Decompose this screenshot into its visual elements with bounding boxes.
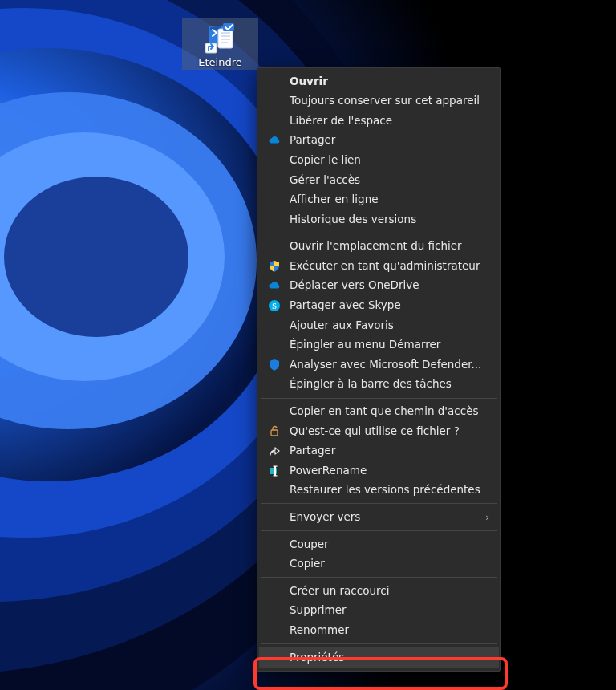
svg-text:S: S (272, 301, 277, 310)
svg-point-7 (4, 177, 188, 337)
menu-item-open-file-location[interactable]: Ouvrir l'emplacement du fichier (259, 237, 499, 257)
svg-rect-20 (274, 466, 276, 476)
menu-item-share-skype[interactable]: SPartager avec Skype (259, 296, 499, 316)
unlock-icon (267, 424, 282, 438)
menu-item-properties[interactable]: Propriétés (259, 647, 499, 668)
svg-rect-21 (274, 465, 278, 466)
menu-item-pin-start[interactable]: Épingler au menu Démarrer (259, 335, 499, 355)
menu-item-label: Partager (290, 135, 335, 146)
menu-item-label: Ajouter aux Favoris (290, 320, 394, 331)
menu-item-always-keep[interactable]: Toujours conserver sur cet appareil (259, 91, 499, 112)
menu-item-label: Copier en tant que chemin d'accès (290, 406, 479, 417)
menu-item-rename[interactable]: Renommer (259, 620, 499, 640)
menu-item-label: Envoyer vers (290, 512, 360, 523)
menu-item-defender-scan[interactable]: Analyser avec Microsoft Defender... (259, 355, 499, 375)
menu-item-view-online[interactable]: Afficher en ligne (259, 190, 499, 210)
menu-item-label: Partager (290, 445, 335, 457)
shortcut-icon (204, 21, 237, 55)
menu-item-move-to-onedrive[interactable]: Déplacer vers OneDrive (259, 276, 499, 296)
menu-item-label: Analyser avec Microsoft Defender... (290, 359, 481, 371)
shield-uac-icon (267, 259, 282, 274)
menu-item-manage-access[interactable]: Gérer l'accès (259, 170, 499, 190)
rename-icon (267, 464, 282, 478)
menu-item-share-onedrive[interactable]: Partager (259, 131, 499, 151)
svg-rect-18 (271, 430, 278, 436)
menu-item-label: Créer un raccourci (290, 586, 389, 597)
menu-separator (261, 233, 497, 233)
menu-item-label: Propriétés (290, 652, 344, 664)
menu-item-whats-using[interactable]: Qu'est-ce qui utilise ce fichier ? (259, 421, 499, 441)
share-arrow-icon (267, 444, 282, 458)
cloud-blue-icon (267, 278, 282, 293)
desktop-shortcut[interactable]: Eteindre (182, 18, 258, 70)
menu-item-label: Partager avec Skype (290, 300, 401, 311)
menu-item-copy-as-path[interactable]: Copier en tant que chemin d'accès (259, 402, 499, 422)
chevron-right-icon: › (485, 513, 489, 522)
menu-item-label: Couper (290, 539, 329, 550)
menu-item-label: Ouvrir (290, 76, 328, 87)
svg-rect-22 (274, 475, 278, 476)
menu-item-create-shortcut[interactable]: Créer un raccourci (259, 581, 499, 601)
shortcut-label: Eteindre (198, 56, 241, 68)
menu-item-label: Gérer l'accès (290, 175, 360, 186)
menu-item-label: Épingler à la barre des tâches (290, 379, 452, 390)
svg-rect-9 (218, 29, 233, 48)
menu-item-version-history[interactable]: Historique des versions (259, 209, 499, 229)
menu-item-label: Ouvrir l'emplacement du fichier (290, 241, 462, 252)
shield-blue-icon (267, 358, 282, 372)
menu-item-free-space[interactable]: Libérer de l'espace (259, 111, 499, 131)
menu-item-label: PowerRename (290, 465, 367, 477)
menu-item-label: Copier le lien (290, 155, 361, 166)
menu-item-label: Copier (290, 558, 325, 570)
menu-item-copy-link[interactable]: Copier le lien (259, 150, 499, 170)
menu-separator (261, 503, 497, 504)
menu-item-run-as-admin[interactable]: Exécuter en tant qu'administrateur (259, 256, 499, 276)
menu-item-restore-previous[interactable]: Restaurer les versions précédentes (259, 481, 499, 501)
menu-separator (261, 577, 497, 578)
menu-separator (261, 643, 497, 644)
menu-separator (261, 398, 497, 399)
menu-item-label: Qu'est-ce qui utilise ce fichier ? (290, 426, 460, 437)
skype-icon: S (267, 298, 282, 313)
menu-separator (261, 530, 497, 531)
menu-item-share[interactable]: Partager (259, 441, 499, 461)
menu-item-label: Restaurer les versions précédentes (290, 485, 480, 496)
cloud-blue-icon (267, 133, 282, 148)
menu-item-label: Toujours conserver sur cet appareil (290, 95, 480, 107)
menu-item-powerrename[interactable]: PowerRename (259, 461, 499, 481)
menu-item-pin-taskbar[interactable]: Épingler à la barre des tâches (259, 375, 499, 395)
menu-item-cut[interactable]: Couper (259, 534, 499, 554)
context-menu: OuvrirToujours conserver sur cet apparei… (257, 67, 501, 672)
menu-item-label: Déplacer vers OneDrive (290, 280, 419, 291)
menu-item-label: Libérer de l'espace (290, 116, 392, 127)
menu-item-label: Supprimer (290, 605, 346, 616)
menu-item-copy[interactable]: Copier (259, 554, 499, 574)
menu-item-label: Afficher en ligne (290, 194, 379, 205)
menu-item-label: Exécuter en tant qu'administrateur (290, 261, 480, 272)
menu-item-label: Historique des versions (290, 214, 416, 225)
menu-item-delete[interactable]: Supprimer (259, 601, 499, 621)
menu-item-label: Renommer (290, 625, 349, 636)
menu-item-open[interactable]: Ouvrir (259, 71, 499, 91)
menu-item-label: Épingler au menu Démarrer (290, 339, 440, 351)
menu-item-send-to[interactable]: Envoyer vers› (259, 507, 499, 527)
menu-item-add-favorites[interactable]: Ajouter aux Favoris (259, 315, 499, 335)
